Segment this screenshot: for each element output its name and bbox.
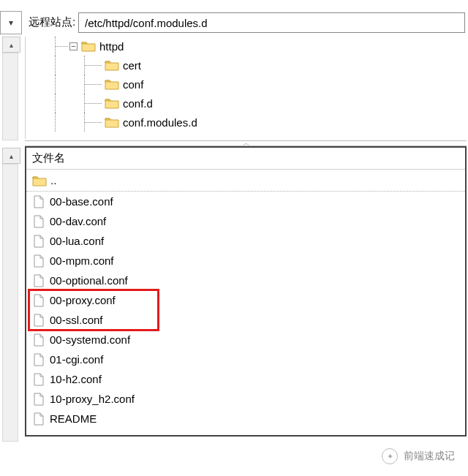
collapse-icon[interactable]: −	[69, 42, 78, 50]
file-row[interactable]: 00-dav.conf	[26, 211, 465, 231]
file-icon	[32, 373, 45, 386]
file-name: 00-optional.conf	[50, 274, 128, 287]
file-row[interactable]: 00-ssl.conf	[26, 310, 465, 330]
file-icon	[32, 235, 45, 248]
directory-tree[interactable]: −httpdcertconfconf.dconf.modules.d	[25, 37, 467, 139]
tree-item-conf-d[interactable]: conf.d	[26, 94, 467, 113]
tree-item-conf-modules-d[interactable]: conf.modules.d	[26, 113, 467, 132]
folder-icon	[81, 40, 96, 52]
scroll-track-lower[interactable]	[2, 164, 18, 442]
file-row[interactable]: 00-proxy.conf	[26, 290, 465, 310]
horizontal-splitter[interactable]: ︿	[25, 140, 467, 146]
file-name: 00-systemd.conf	[50, 333, 130, 346]
file-name: 01-cgi.conf	[50, 353, 103, 366]
file-icon	[32, 333, 45, 347]
file-icon	[32, 195, 45, 208]
file-row[interactable]: 00-lua.conf	[26, 231, 465, 251]
file-row[interactable]: 00-systemd.conf	[26, 330, 465, 350]
file-row[interactable]: 00-mpm.conf	[26, 251, 465, 271]
tree-item-label: httpd	[99, 40, 124, 53]
tree-item-httpd[interactable]: −httpd	[26, 37, 467, 56]
tree-item-label: conf	[123, 78, 143, 91]
folder-icon	[105, 78, 119, 90]
watermark: ✦ 前端速成记	[382, 448, 455, 464]
watermark-icon: ✦	[382, 448, 398, 464]
file-name: 00-proxy.conf	[50, 294, 116, 306]
file-icon	[32, 274, 45, 287]
parent-directory-row[interactable]: ..	[26, 170, 465, 192]
file-icon	[32, 412, 45, 426]
file-icon	[32, 314, 45, 327]
folder-icon	[105, 116, 119, 128]
tree-item-label: conf.modules.d	[123, 116, 197, 129]
file-icon	[32, 294, 45, 307]
file-row[interactable]: 00-base.conf	[26, 192, 465, 211]
file-row[interactable]: 01-cgi.conf	[26, 350, 465, 369]
scroll-up-button-2[interactable]: ▴	[2, 148, 20, 164]
tree-item-label: cert	[123, 59, 141, 72]
remote-path-input[interactable]	[78, 12, 465, 33]
file-icon	[32, 254, 45, 268]
local-site-dropdown[interactable]: ▾	[0, 11, 22, 34]
scroll-up-button[interactable]: ▴	[2, 37, 20, 53]
left-gutter: ▴ ▴	[0, 0, 22, 476]
tree-item-label: conf.d	[123, 97, 153, 110]
file-list-panel: 文件名 .. 00-base.conf00-dav.conf00-lua.con…	[25, 146, 467, 437]
file-name: README	[50, 412, 97, 425]
folder-icon	[32, 175, 47, 186]
chevron-down-icon: ▾	[9, 18, 13, 28]
tree-item-cert[interactable]: cert	[26, 56, 467, 75]
file-icon	[32, 215, 45, 228]
column-header-filename[interactable]: 文件名	[26, 148, 465, 170]
file-name: 00-lua.conf	[50, 235, 104, 247]
folder-icon	[105, 97, 119, 109]
watermark-text: 前端速成记	[404, 450, 455, 463]
file-name: 00-mpm.conf	[50, 254, 114, 267]
file-name: 00-dav.conf	[50, 215, 106, 227]
file-name: 00-ssl.conf	[50, 314, 103, 326]
file-row[interactable]: 10-h2.conf	[26, 369, 465, 389]
file-name: 10-h2.conf	[50, 373, 102, 385]
file-icon	[32, 393, 45, 406]
scroll-track-upper[interactable]	[2, 53, 18, 140]
file-name: 10-proxy_h2.conf	[50, 393, 135, 405]
file-row[interactable]: 10-proxy_h2.conf	[26, 389, 465, 409]
file-icon	[32, 353, 45, 366]
file-name: 00-base.conf	[50, 195, 113, 208]
parent-dir-label: ..	[50, 174, 56, 186]
tree-item-conf[interactable]: conf	[26, 75, 467, 94]
remote-site-label: 远程站点:	[29, 15, 75, 29]
folder-icon	[105, 59, 119, 71]
file-row[interactable]: 00-optional.conf	[26, 271, 465, 290]
file-row[interactable]: README	[26, 409, 465, 428]
